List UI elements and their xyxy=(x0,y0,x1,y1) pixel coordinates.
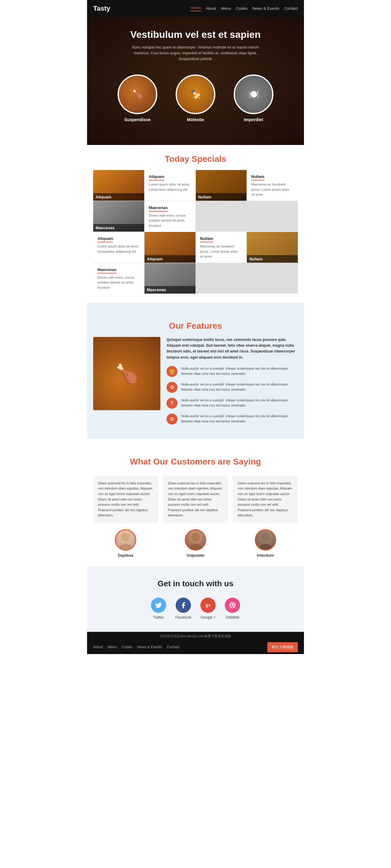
footer-nav: About Menu Codes News & Events Contact 前… xyxy=(87,640,304,654)
feature-text4-line2: Aenean vitae urna non est luctus venenat… xyxy=(181,420,246,423)
feature-item-2: ✿ Nulla auctor vel ex a suscipit. Intege… xyxy=(166,382,298,393)
contact-section: Get in touch with us Twitter Facebook g+… xyxy=(87,567,304,632)
special-img-2: Nullam xyxy=(196,170,247,201)
hero-title: Vestibulum vel est et sapien xyxy=(125,29,266,40)
special-label-5: Nullam xyxy=(247,255,298,263)
contact-title: Get in touch with us xyxy=(93,579,298,588)
special-desc-4: Lorem ipsum dolor sit amet, consectetur … xyxy=(97,244,140,254)
special-title-3: Maecenas xyxy=(149,206,168,212)
footer-nav-news[interactable]: News & Events xyxy=(137,645,162,649)
svg-point-4 xyxy=(261,533,270,541)
nav-about[interactable]: About xyxy=(206,6,216,11)
hero-food-img-2: 🍢 xyxy=(176,74,215,114)
special-text-4: Aliquam Lorem ipsum dolor sit amet, cons… xyxy=(93,232,144,263)
social-dribbble[interactable]: Dribbble xyxy=(225,597,240,620)
hero-food-img-1: 🍗 xyxy=(118,74,157,114)
special-img-6: Maecenas xyxy=(144,263,196,294)
dribbble-icon[interactable] xyxy=(225,597,240,613)
svg-point-2 xyxy=(191,533,200,541)
features-title: Our Features xyxy=(93,312,298,337)
special-title-6: Maecenas xyxy=(97,267,116,274)
svg-point-5 xyxy=(259,544,272,551)
nav-news[interactable]: News & Events xyxy=(252,6,279,11)
svg-point-0 xyxy=(121,533,130,541)
svg-point-1 xyxy=(119,544,132,551)
testimonial-1: Etiam euismod leo in felis imperdiet, no… xyxy=(93,476,158,558)
dribbble-label: Dribbble xyxy=(226,615,240,620)
special-title-4: Aliquam xyxy=(97,236,113,242)
logo: Tasty xyxy=(93,5,110,12)
svg-point-3 xyxy=(189,544,202,551)
hero-food-img-3: 🍽️ xyxy=(234,74,273,114)
feature-text2-line1: Nulla auctor vel ex a suscipit. Integer … xyxy=(181,382,289,386)
google-label: Google + xyxy=(201,615,216,620)
special-desc-1: Lorem ipsum dolor sit amet, consectetur … xyxy=(149,182,191,192)
hero-description: Nunc volutpat nec quam et ullamcorper. V… xyxy=(125,44,266,62)
special-label-1: Aliquam xyxy=(93,193,144,201)
specials-row1: Aliquam Aliquam Lorem ipsum dolor sit am… xyxy=(93,170,298,231)
special-img-4: Aliquam xyxy=(144,232,196,263)
testimonial-bubble-1: Etiam euismod leo in felis imperdiet, no… xyxy=(93,476,158,523)
special-desc-5: Maecenas ac hendrerit purus. Lorem ipsum… xyxy=(200,244,243,259)
feature-text4-line1: Nulla auctor vel ex a suscipit. Integer … xyxy=(181,414,289,418)
special-text-5: Nullam Maecenas ac hendrerit purus. Lore… xyxy=(196,232,247,263)
footer-nav-contact[interactable]: Contact xyxy=(167,645,179,649)
avatar-1 xyxy=(115,529,136,551)
nav-home[interactable]: Home xyxy=(190,5,201,11)
feature-text3-line1: Nulla auctor vel ex a suscipit. Integer … xyxy=(181,398,289,402)
specials-row2: Aliquam Lorem ipsum dolor sit amet, cons… xyxy=(93,232,298,293)
nav-codes[interactable]: Codes xyxy=(236,6,247,11)
food-icon-1: 🍗 xyxy=(119,76,156,113)
special-title-5: Nullam xyxy=(200,236,213,242)
special-label-4: Aliquam xyxy=(144,255,196,263)
special-title-1: Aliquam xyxy=(149,174,164,180)
social-facebook[interactable]: Facebook xyxy=(175,597,192,620)
special-label-2: Nullam xyxy=(196,193,247,201)
testimonial-text-3: Etiam euismod leo in felis imperdiet, no… xyxy=(238,481,293,518)
nav-contact[interactable]: Contact xyxy=(284,6,298,11)
special-text-6: Maecenas Donec nibh enim, cursus sodales… xyxy=(93,263,144,294)
header: Tasty Home About Menu Codes News & Event… xyxy=(87,0,304,17)
feature-icon-2: ✿ xyxy=(166,382,177,393)
special-text-3: Maecenas Donec nibh enim, cursus sodales… xyxy=(144,201,196,232)
main-nav: Home About Menu Codes News & Events Cont… xyxy=(190,5,298,11)
avatar-2 xyxy=(185,529,206,551)
special-desc-6: Donec nibh enim, cursus sodales laoreet … xyxy=(97,275,140,290)
nav-menu[interactable]: Menu xyxy=(221,6,231,11)
hero-circle-label-3: Imperdiet xyxy=(244,117,263,122)
social-twitter[interactable]: Twitter xyxy=(151,597,166,620)
person-name-3: Interdum xyxy=(257,553,274,558)
footer-nav-codes[interactable]: Codes xyxy=(121,645,132,649)
social-google[interactable]: g+ Google + xyxy=(200,597,216,620)
facebook-icon[interactable] xyxy=(176,597,191,613)
download-button[interactable]: 前往下载模板 xyxy=(267,642,298,652)
watermark-text: 访问画弓社区bbs.xlenlao.com免费下载更多模板 xyxy=(160,634,231,639)
features-section: Our Features 🍗 Quisque scelerisque molli… xyxy=(87,303,304,439)
testimonial-bubble-2: Etiam euismod leo in felis imperdiet, no… xyxy=(163,476,228,523)
feature-text1-line2: Aenean vitae urna non est luctus venenat… xyxy=(181,372,246,375)
twitter-icon[interactable] xyxy=(151,597,166,613)
special-desc-3: Donec nibh enim, cursus sodales laoreet … xyxy=(149,213,191,228)
special-title-2: Nullam xyxy=(251,174,264,180)
footer-nav-menu[interactable]: Menu xyxy=(108,645,117,649)
testimonial-text-2: Etiam euismod leo in felis imperdiet, no… xyxy=(168,481,223,518)
special-desc-2: Maecenas ac hendrerit purus. Lorem ipsum… xyxy=(251,182,294,197)
google-icon[interactable]: g+ xyxy=(200,597,216,613)
special-label-3: Maecenas xyxy=(93,224,144,231)
feature-text-3: Nulla auctor vel ex a suscipit. Integer … xyxy=(181,398,289,408)
hero-circles: 🍗 Suspendisse 🍢 Molestie 🍽️ Imperdiet xyxy=(118,74,273,122)
testimonial-person-2: Vulputate xyxy=(163,529,228,558)
feature-item-3: ₹ Nulla auctor vel ex a suscipit. Intege… xyxy=(166,398,298,409)
testimonials-title: What Our Customers are Saying xyxy=(93,448,298,473)
feature-text3-line2: Aenean vitae urna non est luctus venenat… xyxy=(181,403,246,407)
person-name-1: Dapibus xyxy=(118,553,134,558)
feature-text2-line2: Aenean vitae urna non est luctus venenat… xyxy=(181,388,246,391)
footer-nav-about[interactable]: About xyxy=(93,645,103,649)
social-icons: Twitter Facebook g+ Google + Dribbble xyxy=(93,597,298,620)
feature-item-4: ⚙ Nulla auctor vel ex a suscipit. Intege… xyxy=(166,413,298,425)
feature-text-2: Nulla auctor vel ex a suscipit. Integer … xyxy=(181,382,289,393)
specials-section: Today Specials Aliquam Aliquam Lorem ips… xyxy=(87,145,304,293)
feature-icon-1: 🍔 xyxy=(166,366,177,377)
feature-text-1: Nulla auctor vel ex a suscipit. Integer … xyxy=(181,366,289,377)
feature-text1-line1: Nulla auctor vel ex a suscipit. Integer … xyxy=(181,367,289,370)
